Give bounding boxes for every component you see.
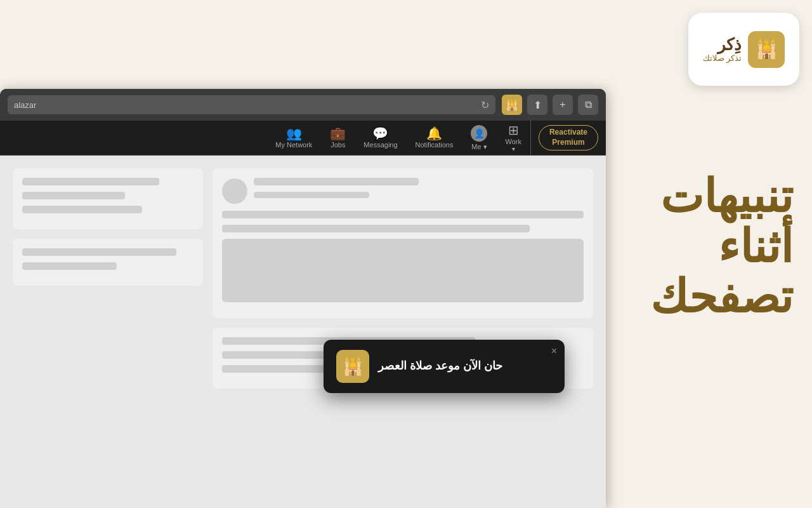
browser-action-buttons: 🕌 ⬆ + ⧉ [502, 95, 598, 115]
app-icon-text-block: ذِكر تذكر صلاتك [703, 36, 742, 64]
url-bar[interactable]: alazar ↻ [8, 95, 495, 114]
skeleton-main-card-1 [213, 168, 593, 318]
skeleton-line [222, 225, 530, 232]
skeleton-line [22, 248, 176, 256]
refresh-icon[interactable]: ↻ [481, 99, 489, 111]
sidebar-item-network[interactable]: 👥 My Network [266, 121, 321, 156]
jobs-label: Jobs [331, 141, 345, 149]
notifications-icon: 🔔 [426, 127, 442, 140]
tabs-button[interactable]: ⧉ [578, 95, 598, 115]
jobs-icon: 💼 [330, 127, 346, 140]
tab-icon-button[interactable]: 🕌 [502, 95, 522, 115]
sidebar-item-notifications[interactable]: 🔔 Notifications [407, 121, 462, 156]
skeleton-line [22, 192, 125, 199]
mosque-tab-icon: 🕌 [506, 99, 518, 111]
sidebar-item-messaging[interactable]: 💬 Messaging [355, 121, 406, 156]
add-tab-button[interactable]: + [553, 95, 573, 115]
mosque-notification-icon: 🕌 [343, 357, 363, 377]
big-arabic-text-block: تنبيهات أثناء تصفحك [650, 171, 793, 323]
skeleton-line [22, 206, 142, 213]
big-text-line-1: تنبيهات [650, 171, 793, 222]
share-button[interactable]: ⬆ [527, 95, 547, 115]
reactivate-premium-button[interactable]: Reactivate Premium [539, 125, 598, 150]
work-label: Work [505, 138, 521, 145]
browser-topbar: alazar ↻ 🕌 ⬆ + ⧉ [0, 89, 606, 121]
network-icon: 👥 [286, 127, 302, 140]
work-chevron-icon: ▾ [512, 145, 515, 152]
work-grid-icon: ⊞ [508, 124, 519, 137]
share-icon: ⬆ [534, 99, 542, 111]
tabs-icon: ⧉ [585, 99, 592, 110]
notification-app-icon: 🕌 [336, 350, 369, 383]
big-text-line-2: أثناء [650, 222, 793, 272]
sidebar-item-jobs[interactable]: 💼 Jobs [321, 121, 355, 156]
messaging-icon: 💬 [372, 127, 388, 140]
app-icon-image: 🕌 [748, 31, 785, 68]
network-label: My Network [275, 141, 312, 149]
app-icon-container: ذِكر تذكر صلاتك 🕌 [688, 13, 799, 86]
url-text: alazar [14, 100, 36, 110]
skeleton-card-2 [13, 239, 203, 286]
notification-close-button[interactable]: × [551, 346, 557, 356]
skeleton-line [222, 211, 584, 218]
linkedin-content: × 🕌 حان الآن موعد صلاة العصر [0, 156, 606, 508]
sidebar-item-me[interactable]: 👤 Me ▾ [462, 121, 496, 156]
skeleton-line [254, 178, 419, 185]
reactivate-line2: Premium [552, 138, 584, 148]
skeleton-image [222, 239, 584, 302]
nav-items: 👥 My Network 💼 Jobs 💬 Messaging 🔔 Notifi… [266, 121, 606, 156]
app-title: ذِكر [703, 36, 742, 54]
skeleton-line [254, 192, 369, 198]
skeleton-sidebar [13, 168, 203, 398]
mosque-app-icon: 🕌 [756, 39, 778, 60]
notifications-label: Notifications [416, 141, 454, 149]
me-avatar: 👤 [471, 125, 487, 142]
skeleton-line [22, 262, 117, 270]
reactivate-line1: Reactivate [549, 128, 587, 138]
notification-popup: × 🕌 حان الآن موعد صلاة العصر [324, 340, 565, 393]
big-text-line-3: تصفحك [650, 272, 793, 322]
messaging-label: Messaging [363, 141, 397, 149]
notification-message: حان الآن موعد صلاة العصر [378, 358, 502, 374]
work-nav-item[interactable]: ⊞ Work ▾ [496, 121, 530, 156]
browser-window: alazar ↻ 🕌 ⬆ + ⧉ 👥 My Network [0, 89, 606, 508]
skeleton-avatar [222, 178, 247, 204]
me-label: Me ▾ [471, 143, 487, 151]
plus-icon: + [560, 99, 565, 110]
app-subtitle: تذكر صلاتك [703, 53, 742, 63]
skeleton-card-1 [13, 168, 203, 229]
skeleton-line [22, 178, 159, 185]
linkedin-navbar: 👥 My Network 💼 Jobs 💬 Messaging 🔔 Notifi… [0, 121, 606, 156]
